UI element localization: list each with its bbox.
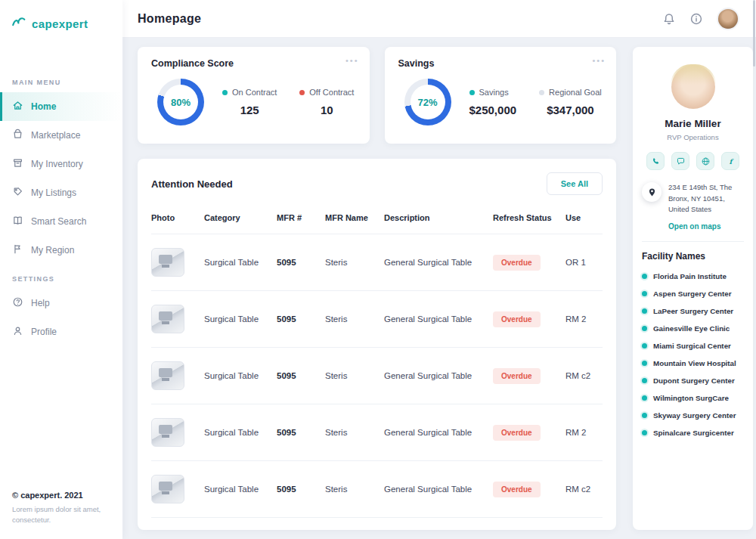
status-badge: Overdue — [493, 368, 541, 384]
compliance-score-card: Compliance Score ••• 80% On Contract — [138, 47, 370, 144]
profile-avatar[interactable] — [671, 65, 715, 109]
facility-list: Florida Pain InstituteAspen Surgery Cent… — [642, 268, 744, 441]
use-cell: RM 2 — [565, 428, 603, 437]
facility-list-item[interactable]: Florida Pain Institute — [642, 268, 744, 285]
donut-percent-label: 80% — [163, 85, 198, 119]
facility-list-item[interactable]: Mountain View Hospital — [642, 355, 744, 372]
main-menu-label: MAIN MENU — [0, 79, 122, 86]
profile-role: RVP Operations — [642, 133, 744, 141]
facility-bullet-icon — [642, 291, 647, 296]
facility-list-item[interactable]: Miami Surgical Center — [642, 337, 744, 355]
facility-bullet-icon — [642, 378, 647, 383]
chat-button[interactable] — [671, 152, 689, 170]
facility-bullet-icon — [642, 413, 647, 418]
attention-title: Attention Needed — [151, 178, 233, 190]
status-cell: Overdue — [493, 425, 565, 441]
page-title: Homepage — [138, 12, 201, 26]
facility-list-item[interactable]: Wilmington SurgCare — [642, 389, 744, 407]
mfr-name-cell: Steris — [325, 371, 384, 380]
mfr-name-cell: Steris — [325, 428, 384, 437]
sidebar-item-label: My Listings — [31, 187, 76, 198]
description-cell: General Surgical Table — [384, 314, 493, 324]
facility-name: Aspen Surgery Center — [653, 290, 731, 298]
sidebar-footer: © capexpert. 2021 Lorem ipsum dolor sit … — [0, 479, 122, 539]
sidebar-item-marketplace[interactable]: Marketplace — [0, 121, 122, 150]
fax-button[interactable]: f — [721, 152, 739, 170]
notifications-bell-button[interactable] — [662, 12, 676, 26]
legend-dot-icon — [469, 90, 475, 95]
status-cell: Overdue — [493, 311, 565, 327]
facility-list-item[interactable]: Spinalcare Surgicenter — [642, 424, 744, 441]
donut-percent-label: 72% — [411, 85, 445, 119]
home-icon — [12, 100, 23, 113]
flag-icon — [12, 243, 23, 257]
website-globe-button[interactable] — [696, 152, 714, 170]
sidebar-item-label: My Inventory — [31, 159, 83, 169]
status-badge: Overdue — [493, 255, 541, 271]
card-menu-button[interactable]: ••• — [592, 56, 606, 65]
archive-box-icon — [12, 157, 23, 171]
table-row[interactable]: Surgical Table5095SterisGeneral Surgical… — [151, 461, 603, 518]
category-cell: Surgical Table — [204, 258, 277, 267]
user-avatar[interactable] — [717, 8, 739, 30]
open-on-maps-link[interactable]: Open on maps — [668, 222, 744, 231]
equipment-photo — [151, 418, 184, 447]
settings-label: SETTINGS — [0, 275, 122, 283]
copyright-text: © capexpert. 2021 — [12, 491, 110, 500]
sidebar-item-label: My Region — [31, 245, 74, 256]
use-cell: RM 2 — [565, 314, 603, 324]
facility-list-item[interactable]: Dupont Surgery Center — [642, 372, 744, 389]
legend-on-contract: On Contract 125 — [222, 88, 277, 116]
info-button[interactable] — [689, 12, 703, 26]
card-menu-button[interactable]: ••• — [345, 56, 359, 65]
column-header-description: Description — [384, 213, 493, 222]
sidebar-item-my-listings[interactable]: My Listings — [0, 178, 122, 207]
category-cell: Surgical Table — [204, 371, 277, 380]
legend-value: 10 — [299, 104, 354, 116]
facility-list-item[interactable]: Skyway Surgery Center — [642, 407, 744, 424]
equipment-photo — [151, 475, 184, 503]
location-pin-icon — [642, 182, 662, 202]
description-cell: General Surgical Table — [384, 485, 493, 494]
sidebar-item-home[interactable]: Home — [0, 92, 122, 121]
table-row[interactable]: Surgical Table5095SterisGeneral Surgical… — [151, 348, 603, 404]
facility-list-item[interactable]: LaPeer Surgery Center — [642, 302, 744, 320]
shopping-bag-icon — [12, 129, 23, 142]
legend-regional-goal: Regional Goal $347,000 — [539, 88, 602, 116]
mfr-number-cell: 5095 — [277, 371, 325, 380]
facility-list-item[interactable]: Aspen Surgery Center — [642, 285, 744, 302]
table-row[interactable]: Surgical Table5095SterisGeneral Surgical… — [151, 234, 603, 291]
sidebar-item-label: Home — [31, 101, 56, 112]
sidebar-item-label: Profile — [31, 327, 57, 337]
facility-list-item[interactable]: Gainesville Eye Clinic — [642, 320, 744, 337]
sidebar-item-my-inventory[interactable]: My Inventory — [0, 150, 122, 178]
facility-bullet-icon — [642, 326, 647, 331]
sidebar-item-label: Help — [31, 298, 50, 308]
phone-button[interactable] — [646, 152, 665, 170]
table-row[interactable]: Surgical Table5095SterisGeneral Surgical… — [151, 404, 603, 461]
brand-logo[interactable]: capexpert — [0, 0, 122, 39]
equipment-photo — [151, 361, 184, 390]
facility-bullet-icon — [642, 361, 647, 366]
mfr-name-cell: Steris — [325, 258, 384, 267]
see-all-button[interactable]: See All — [547, 172, 603, 195]
status-badge: Overdue — [493, 311, 541, 327]
profile-address: 234 E 149th St, The Bronx, NY 10451, Uni… — [668, 182, 744, 215]
window-scrollbar[interactable] — [753, 0, 755, 67]
column-header-mfr-name: MFR Name — [325, 213, 384, 222]
sidebar-item-profile[interactable]: Profile — [0, 318, 122, 346]
facility-name: Spinalcare Surgicenter — [653, 429, 734, 437]
sidebar-item-my-region[interactable]: My Region — [0, 236, 122, 265]
legend-dot-icon — [539, 90, 544, 95]
sidebar-item-smart-search[interactable]: Smart Search — [0, 207, 122, 236]
sidebar-item-help[interactable]: Help — [0, 289, 122, 318]
facility-name: Wilmington SurgCare — [653, 394, 729, 402]
facility-name: Mountain View Hospital — [653, 359, 736, 367]
facility-names-title: Facility Names — [642, 251, 744, 262]
table-row[interactable]: Surgical Table5095SterisGeneral Surgical… — [151, 291, 603, 348]
top-bar: Homepage — [122, 0, 756, 38]
svg-text:f: f — [729, 157, 733, 165]
photo-cell — [151, 418, 204, 447]
savings-donut-chart: 72% — [404, 79, 451, 125]
legend-value: 125 — [222, 104, 277, 116]
